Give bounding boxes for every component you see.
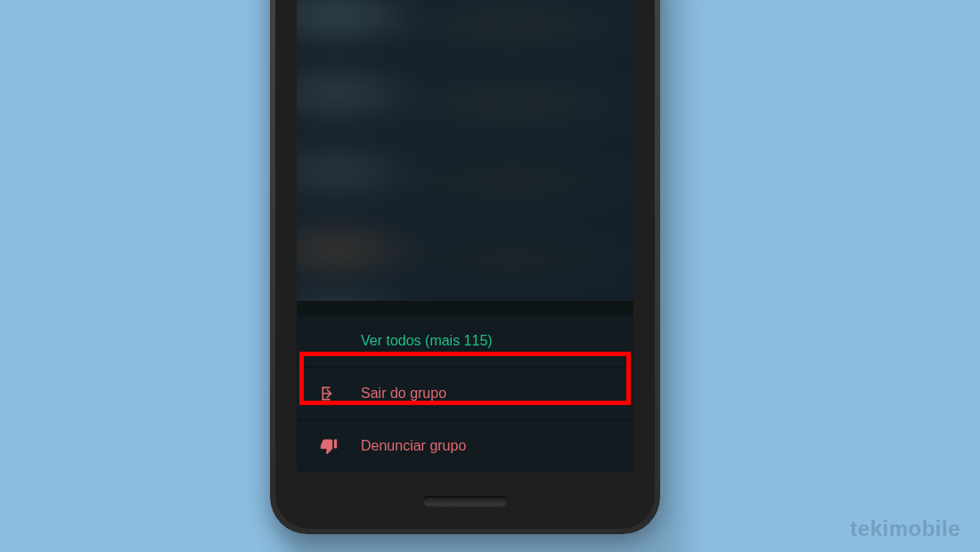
blurred-participants-list: [297, 0, 633, 301]
report-group-label: Denunciar grupo: [361, 438, 466, 454]
exit-icon: [316, 385, 341, 402]
watermark-logo: tekimobile: [850, 516, 960, 541]
see-all-participants-button[interactable]: Ver todos (mais 115): [297, 315, 633, 368]
see-all-label: Ver todos (mais 115): [361, 333, 493, 349]
group-info-bottom-panel: Ver todos (mais 115) Sai: [297, 315, 633, 472]
leave-group-button[interactable]: Sair do grupo: [297, 368, 633, 419]
leave-group-label: Sair do grupo: [361, 386, 446, 402]
canvas: Ver todos (mais 115) Sai: [0, 0, 980, 552]
phone-inner: Ver todos (mais 115) Sai: [275, 0, 655, 529]
thumbs-down-icon: [316, 437, 341, 455]
row-divider: [297, 419, 633, 420]
phone-screen: Ver todos (mais 115) Sai: [297, 0, 633, 472]
phone-frame: Ver todos (mais 115) Sai: [270, 0, 660, 534]
phone-speaker-slot: [423, 496, 507, 506]
report-group-button[interactable]: Denunciar grupo: [297, 420, 633, 472]
